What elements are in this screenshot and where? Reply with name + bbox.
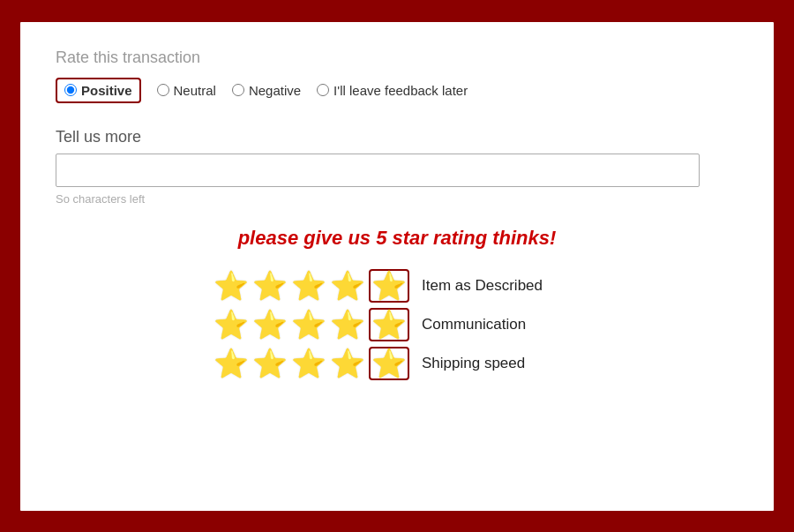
star-3-4[interactable]: ⭐ <box>330 349 365 378</box>
radio-positive[interactable]: Positive <box>56 78 141 103</box>
section-title: Rate this transaction <box>56 49 738 67</box>
star-1-3[interactable]: ⭐ <box>291 272 326 300</box>
cta-text: please give us 5 star rating thinks! <box>56 227 738 250</box>
star-1-2[interactable]: ⭐ <box>252 272 288 300</box>
radio-neutral-label: Neutral <box>174 83 216 98</box>
tell-more-input[interactable] <box>56 154 700 187</box>
star-2-1[interactable]: ⭐ <box>213 311 249 339</box>
radio-positive-label: Positive <box>81 83 132 98</box>
star-3-3[interactable]: ⭐ <box>291 349 326 378</box>
radio-neutral[interactable]: Neutral <box>157 83 216 98</box>
star-3-2[interactable]: ⭐ <box>252 349 288 378</box>
rating-label-communication: Communication <box>422 316 581 333</box>
main-card: Rate this transaction Positive Neutral N… <box>18 19 776 513</box>
radio-later-label: I'll leave feedback later <box>333 83 468 98</box>
star-3-5[interactable]: ⭐ <box>369 347 409 380</box>
radio-negative-input[interactable] <box>232 84 244 96</box>
star-2-5[interactable]: ⭐ <box>369 308 409 341</box>
star-2-3[interactable]: ⭐ <box>291 311 326 339</box>
radio-later-input[interactable] <box>317 84 329 96</box>
star-1-4[interactable]: ⭐ <box>330 272 365 300</box>
star-1-5[interactable]: ⭐ <box>369 269 409 303</box>
rating-label-item: Item as Described <box>422 277 581 295</box>
radio-negative-label: Negative <box>249 83 301 98</box>
star-3-1[interactable]: ⭐ <box>213 349 249 378</box>
radio-neutral-input[interactable] <box>157 84 169 96</box>
star-2-4[interactable]: ⭐ <box>330 311 365 339</box>
star-2-2[interactable]: ⭐ <box>252 311 288 339</box>
ratings-table: ⭐ ⭐ ⭐ ⭐ ⭐ Item as Described ⭐ ⭐ ⭐ ⭐ ⭐ Co… <box>56 269 738 380</box>
rating-row-shipping: ⭐ ⭐ ⭐ ⭐ ⭐ Shipping speed <box>213 347 581 380</box>
star-1-1[interactable]: ⭐ <box>213 272 249 300</box>
rating-row-communication: ⭐ ⭐ ⭐ ⭐ ⭐ Communication <box>213 308 581 341</box>
rating-row-item: ⭐ ⭐ ⭐ ⭐ ⭐ Item as Described <box>213 269 581 303</box>
rating-label-shipping: Shipping speed <box>422 355 581 372</box>
radio-negative[interactable]: Negative <box>232 83 301 98</box>
radio-group: Positive Neutral Negative I'll leave fee… <box>56 78 738 103</box>
tell-more-label: Tell us more <box>56 128 738 146</box>
radio-positive-input[interactable] <box>64 84 77 96</box>
radio-later[interactable]: I'll leave feedback later <box>317 83 468 98</box>
char-count: So characters left <box>56 192 738 206</box>
